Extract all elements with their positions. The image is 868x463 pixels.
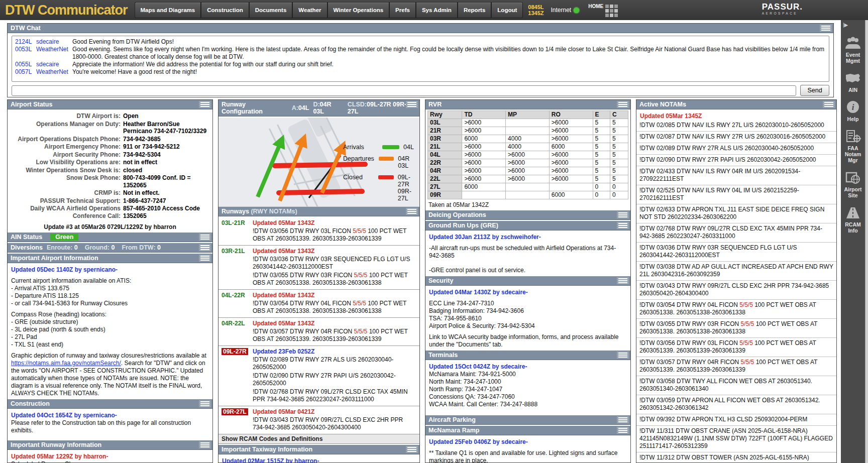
send-button[interactable]: Send xyxy=(800,85,829,96)
departures-color-swatch xyxy=(379,157,394,161)
sidebar-item-help[interactable]: iHelp xyxy=(844,100,862,122)
notam-text: !DTW 03/043 DTW RWY 09R/27L CLSD EXC 2HR… xyxy=(253,416,416,431)
left-column: Airport Status DTW Airport is:OpenOperat… xyxy=(7,99,213,463)
chat-text: You're welcome! Have a good rest of the … xyxy=(72,68,826,76)
nav-tab-reports[interactable]: Reports xyxy=(458,2,491,18)
status-label: Airport Emergency Phone: xyxy=(11,143,121,151)
chat-message: 0053LWeatherNetGood evening. Seems like … xyxy=(15,46,826,61)
updated-text[interactable]: Updated 23Feb 0252Z xyxy=(253,348,416,355)
panel-menu-icon[interactable] xyxy=(199,255,211,262)
text-line: - Departure ATIS 118.125 xyxy=(11,292,209,300)
chat-username[interactable]: WeatherNet xyxy=(36,68,72,76)
chat-input[interactable] xyxy=(12,85,796,96)
panel-menu-icon[interactable] xyxy=(199,234,211,241)
panel-menu-icon[interactable] xyxy=(823,101,835,108)
ain-status-header: AIN Status Green xyxy=(8,233,212,242)
chat-username[interactable]: WeatherNet xyxy=(36,46,72,61)
chat-username[interactable]: sdecaire xyxy=(36,61,72,68)
panel-menu-icon[interactable] xyxy=(406,446,418,453)
show-rcam-button[interactable]: Show RCAM Codes and Definitions xyxy=(219,434,419,444)
panel-menu-icon[interactable] xyxy=(617,211,629,218)
ops-column: RVR RwyTDMPROEC 03L>6000>60005521R>6000>… xyxy=(425,99,631,463)
panel-menu-icon[interactable] xyxy=(199,244,211,251)
diversion-count: Ground: 0 xyxy=(85,244,115,251)
home-button[interactable]: HOME xyxy=(588,4,618,17)
nav-tab-prefs[interactable]: Prefs xyxy=(389,2,416,18)
runways-header: Runways (RWY NOTAMs) xyxy=(219,207,419,216)
sidebar-item-airport-site[interactable]: Airport Site xyxy=(844,170,862,198)
sidebar-item-faa-notam-mgr[interactable]: FAA Notam Mgr xyxy=(844,129,862,163)
updated-link[interactable]: Updated 02Mar 1515Z by hbarron- xyxy=(222,457,416,463)
text-line: WCAA Maint. Call Center: 734-247-8888 xyxy=(429,401,627,408)
rvr-header: RVR xyxy=(425,100,630,109)
status-row: CRMP is:Not in effect. xyxy=(11,189,209,197)
text-line: McNamara Maint: 734-921-5000 xyxy=(429,371,627,378)
aircraft-parking-title: Aircraft Parking xyxy=(428,416,476,423)
panel-menu-icon[interactable] xyxy=(199,400,211,407)
nav-tab-logout[interactable]: Logout xyxy=(491,2,523,18)
rvr-column-header: E xyxy=(593,111,610,119)
rvr-cell: >6000 xyxy=(549,127,593,135)
sidebar-expand-icon[interactable]: |▶ xyxy=(841,21,850,29)
rvr-cell xyxy=(462,191,506,199)
construction-content: Updated 04Oct 1654Z by spernicano- Pleas… xyxy=(8,410,212,436)
panel-menu-icon[interactable] xyxy=(617,427,629,434)
nav-tab-construction[interactable]: Construction xyxy=(201,2,249,18)
gre-content: Updated 30Jan 2113Z by zschweihofer- -Al… xyxy=(425,231,630,276)
notam-text: !DTW 03/036 DTW RWY 03R SEQUENCED FLG LG… xyxy=(253,256,416,271)
nav-tab-documents[interactable]: Documents xyxy=(249,2,293,18)
status-green-dot xyxy=(574,8,579,13)
status-value: not in effect xyxy=(123,159,209,166)
diversions-title: Diversions xyxy=(11,244,43,251)
panel-menu-icon[interactable] xyxy=(617,222,629,229)
nav-tab-weather[interactable]: Weather xyxy=(292,2,327,18)
updated-link[interactable]: Updated 04Oct 1654Z by spernicano- xyxy=(11,412,209,419)
panel-menu-icon[interactable] xyxy=(617,277,629,284)
rvr-cell: 6000 xyxy=(462,135,506,143)
text-line: - GRE (outside structure) xyxy=(11,318,209,326)
nav-tab-winter-operations[interactable]: Winter Operations xyxy=(328,2,390,18)
runway-notam-item: 09L-27RUpdated 23Feb 0252Z!DTW 02/089 DT… xyxy=(219,345,419,406)
page-scrollbar[interactable] xyxy=(865,20,868,463)
updated-link[interactable]: Updated 25Feb 0406Z by sdecaire- xyxy=(429,438,627,446)
runway-notam-item: 04R-22LUpdated 05Mar 1343Z!DTW 03/057 DT… xyxy=(219,317,419,345)
rvr-cell: >6000 xyxy=(462,119,506,127)
panel-menu-icon[interactable] xyxy=(406,101,418,108)
sidebar-item-rcam-info[interactable]: RCAM Info xyxy=(844,205,862,234)
chat-username[interactable]: sdecaire xyxy=(36,38,72,46)
rvr-cell xyxy=(549,183,593,191)
status-label: DTW Airport is: xyxy=(11,112,121,120)
mcnamara-ramp-title: McNamara Ramp xyxy=(428,427,479,434)
panel-menu-icon[interactable] xyxy=(199,101,211,108)
notam-item: !DTW 03/056 DTW RWY 03L FICON 5/5/5 100 … xyxy=(636,337,836,357)
panel-menu-icon[interactable] xyxy=(406,208,418,215)
updated-link[interactable]: Updated 30Jan 2113Z by zschweihofer- xyxy=(429,234,627,241)
panel-menu-icon[interactable] xyxy=(617,416,629,423)
nav-tab-sys-admin[interactable]: Sys Admin xyxy=(416,2,458,18)
top-navbar: DTW Communicator Maps and DiagramsConstr… xyxy=(0,0,868,20)
gre-title: Ground Run Ups (GRE) xyxy=(428,222,498,229)
notam-item: !DTW 02/768 DTW RWY 09L/27R CLSD EXC TAX… xyxy=(636,223,836,242)
nav-tab-maps-and-diagrams[interactable]: Maps and Diagrams xyxy=(135,2,201,18)
apps-grid-icon[interactable] xyxy=(605,5,618,17)
status-value: Open xyxy=(123,112,209,120)
panel-menu-icon[interactable] xyxy=(199,441,211,448)
runway-diagram: Arrivals04L Departures04R 03L Closed09L-… xyxy=(219,118,419,207)
runway-config-header: Runway Configuration A:04L D:04R 03L CLS… xyxy=(219,100,419,117)
panel-menu-icon[interactable] xyxy=(617,101,629,108)
status-row: Low Visibility Operations are:not in eff… xyxy=(11,159,209,166)
notam-search-link[interactable]: https://notams.aim.faa.gov/notamSearch/ xyxy=(11,360,121,367)
panel-menu-icon[interactable] xyxy=(617,352,629,359)
notam-item: !DTW 02/090 DTW RWY 27R PAPI U/S 2602030… xyxy=(636,154,836,166)
updated-link[interactable]: Updated 04Mar 1430Z by sdecaire- xyxy=(429,289,627,296)
rvr-table: RwyTDMPROEC 03L>6000>60005521R>6000>6000… xyxy=(427,110,628,199)
panel-menu-icon[interactable] xyxy=(820,25,832,32)
sidebar-item-ain[interactable]: AIN xyxy=(844,71,862,93)
updated-link[interactable]: Updated 05Dec 1140Z by spernicano- xyxy=(11,266,209,274)
rvr-cell: 27L xyxy=(428,183,462,191)
status-label: Snow Desk Phone: xyxy=(11,174,121,189)
updated-link[interactable]: Updated 15Oct 0424Z by sdecaire- xyxy=(429,363,627,371)
security-content: Updated 04Mar 1430Z by sdecaire- ECC Lin… xyxy=(425,287,630,351)
sidebar-item-event-mgmt[interactable]: Event Mgmt xyxy=(844,36,862,64)
text-line: - TXL S1 (east end) xyxy=(11,341,209,349)
